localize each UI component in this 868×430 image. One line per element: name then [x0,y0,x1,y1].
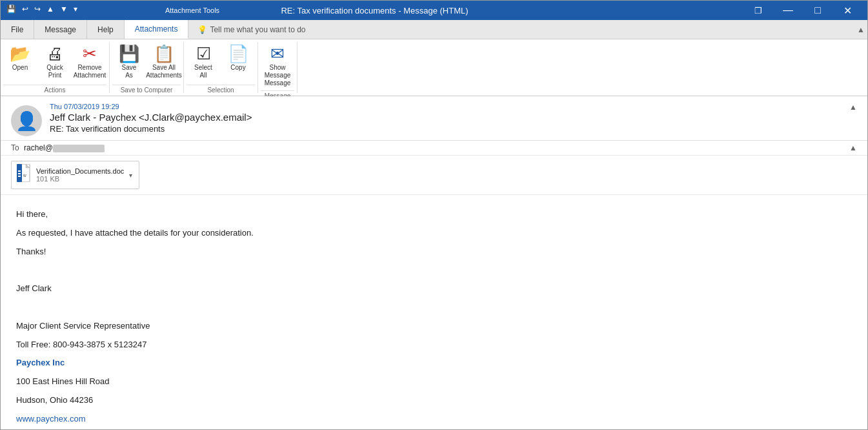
maximize-btn[interactable]: □ [803,1,833,20]
select-all-button[interactable]: ☑ SelectAll [187,42,220,83]
attachment-item[interactable]: W Verification_Documents.doc 101 KB ▾ [11,161,139,189]
email-body: Hi there, As requested, I have attached … [1,195,867,429]
signature-phone: Toll Free: 800-943-3875 x 5123247 [16,338,852,352]
body-spacer [16,263,852,277]
email-subject: RE: Tax verification documents [50,124,842,134]
save-group-label: Save to Computer [112,85,181,95]
up-btn[interactable]: ▲ [45,3,56,15]
save-as-button[interactable]: 💾 SaveAs [112,42,146,83]
show-message-label: ShowMessageMessage [265,64,291,87]
save-buttons: 💾 SaveAs 📋 Save AllAttachments [112,42,181,83]
ribbon-collapse-btn[interactable]: ▲ [857,25,865,34]
save-as-icon: 💾 [119,45,139,62]
save-all-icon: 📋 [154,45,174,62]
attachment-tools-label: Attachment Tools [106,1,279,20]
remove-attachment-label: RemoveAttachment [74,64,106,79]
tab-help[interactable]: Help [87,20,125,39]
window-controls: ❐ — □ ✕ [743,1,862,20]
open-icon: 📂 [10,45,30,62]
attachment-size: 101 KB [36,175,124,183]
to-address-blurred [53,145,105,152]
to-field: To rachel@ [11,143,105,152]
attachment-file-icon: W [17,164,32,186]
tab-message[interactable]: Message [34,20,87,39]
save-as-label: SaveAs [122,64,137,79]
attachment-dropdown-btn[interactable]: ▾ [128,172,134,179]
tell-me-text: Tell me what you want to do [210,25,305,34]
ribbon-group-message: ✉ ShowMessageMessage Message [258,42,298,93]
attachment-info: Verification_Documents.doc 101 KB [36,167,124,183]
print-icon: 🖨 [46,45,63,62]
quick-print-label: QuickPrint [46,64,63,79]
close-btn[interactable]: ✕ [833,1,862,20]
svg-text:W: W [23,174,26,178]
body-thanks: Thanks! [16,245,852,259]
select-all-icon: ☑ [196,45,211,62]
svg-rect-3 [18,170,21,172]
copy-button[interactable]: 📄 Copy [221,42,255,83]
message-buttons: ✉ ShowMessageMessage [261,42,294,89]
actions-group-label: Actions [3,85,106,95]
avatar: 👤 [11,105,42,136]
svg-rect-5 [18,176,21,177]
body-spacer2 [16,301,852,314]
tell-me-area[interactable]: 💡 Tell me what you want to do [191,20,312,39]
save-quick-btn[interactable]: 💾 [5,3,18,15]
tab-file[interactable]: File [1,20,34,39]
minimize-btn[interactable]: — [773,1,803,20]
email-content: 👤 Thu 07/03/2019 19:29 Jeff Clark - Payc… [1,96,867,429]
signature-name: Jeff Clark [16,282,852,296]
undo-btn[interactable]: ↩ [20,3,30,15]
attachment-name: Verification_Documents.doc [36,167,124,175]
outlook-window: 💾 ↩ ↪ ▲ ▼ ▾ Attachment Tools RE: Tax ver… [0,0,868,430]
remove-attachment-button[interactable]: ✂ RemoveAttachment [73,42,106,83]
selection-buttons: ☑ SelectAll 📄 Copy [187,42,255,83]
save-all-label: Save AllAttachments [146,64,182,79]
to-collapse-btn[interactable]: ▲ [849,143,857,152]
svg-rect-4 [18,173,21,174]
ribbon-group-actions: 📂 Open 🖨 QuickPrint ✂ RemoveAttachment A… [1,42,110,93]
quick-print-button[interactable]: 🖨 QuickPrint [38,42,72,83]
header-collapse-btn[interactable]: ▲ [849,103,857,112]
email-header-info: Thu 07/03/2019 19:29 Jeff Clark - Payche… [50,103,842,134]
open-button[interactable]: 📂 Open [3,42,37,83]
to-label: To [11,143,19,152]
email-from: Jeff Clark - Paychex <J.Clark@paychex.em… [50,112,842,123]
signature-company[interactable]: Paychex Inc [16,356,852,370]
selection-group-label: Selection [187,85,255,95]
redo-btn[interactable]: ↪ [32,3,43,15]
title-bar: 💾 ↩ ↪ ▲ ▼ ▾ Attachment Tools RE: Tax ver… [1,1,867,20]
signature-title: Major Client Service Representative [16,320,852,333]
tab-attachments[interactable]: Attachments [125,20,189,39]
remove-icon: ✂ [83,45,97,62]
show-message-icon: ✉ [270,45,285,62]
signature-address1: 100 East Hines Hill Road [16,375,852,389]
website-link[interactable]: www.paychex.com [16,414,86,424]
email-scroll-area[interactable]: 👤 Thu 07/03/2019 19:29 Jeff Clark - Payc… [1,96,867,429]
email-date: Thu 07/03/2019 19:29 [50,103,842,110]
more-btn[interactable]: ▾ [72,3,79,15]
copy-icon: 📄 [228,45,248,62]
copy-label: Copy [230,64,245,72]
body-greeting: Hi there, [16,208,852,221]
ribbon: 📂 Open 🖨 QuickPrint ✂ RemoveAttachment A… [1,39,867,96]
email-header: 👤 Thu 07/03/2019 19:29 Jeff Clark - Payc… [1,96,867,141]
ribbon-tabs: File Message Help Attachments 💡 Tell me … [1,20,867,39]
attachment-area: W Verification_Documents.doc 101 KB ▾ [1,156,867,195]
restore-down-btn[interactable]: ❐ [743,1,773,20]
show-message-button[interactable]: ✉ ShowMessageMessage [261,42,294,89]
select-all-label: SelectAll [194,64,212,79]
save-all-attachments-button[interactable]: 📋 Save AllAttachments [147,42,181,83]
avatar-icon: 👤 [15,110,38,132]
company-name-link[interactable]: Paychex Inc [16,358,65,367]
body-line1: As requested, I have attached the detail… [16,227,852,240]
signature-address2: Hudson, Ohio 44236 [16,394,852,407]
signature-website[interactable]: www.paychex.com [16,413,852,426]
to-address: rachel@ [24,143,53,152]
actions-buttons: 📂 Open 🖨 QuickPrint ✂ RemoveAttachment [3,42,106,83]
lightbulb-icon: 💡 [197,25,207,34]
quick-access-toolbar: 💾 ↩ ↪ ▲ ▼ ▾ [5,3,79,15]
email-to-row: To rachel@ ▲ [1,141,867,156]
ribbon-group-save: 💾 SaveAs 📋 Save AllAttachments Save to C… [110,42,184,93]
down-btn[interactable]: ▼ [58,3,70,15]
